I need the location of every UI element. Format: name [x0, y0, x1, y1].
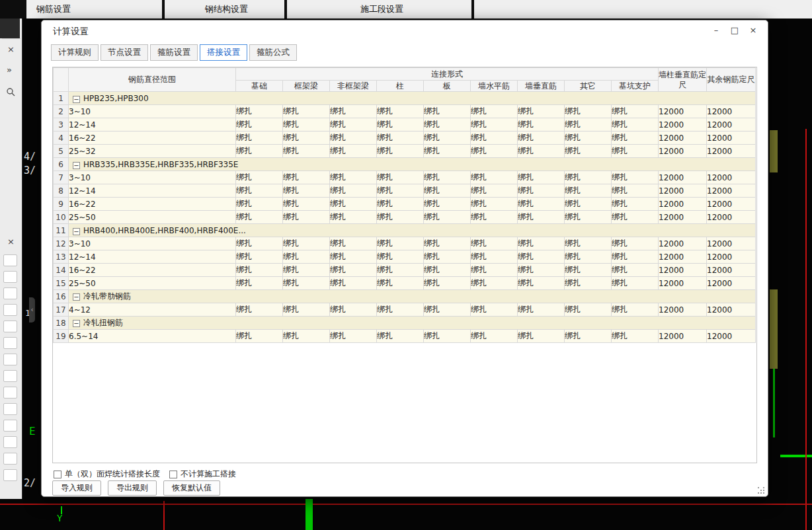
connection-cell[interactable]: 绑扎: [236, 237, 283, 250]
connection-cell[interactable]: 绑扎: [612, 264, 659, 277]
diameter-range-cell[interactable]: 16~22: [69, 264, 236, 277]
connection-cell[interactable]: 绑扎: [471, 171, 518, 184]
diameter-range-cell[interactable]: 4~12: [69, 303, 236, 317]
row-number[interactable]: 5: [54, 145, 69, 158]
wall-length-cell[interactable]: 12000: [659, 237, 707, 250]
connection-cell[interactable]: 绑扎: [283, 184, 330, 198]
connection-cell[interactable]: 绑扎: [236, 211, 283, 224]
palette-slot[interactable]: [3, 403, 17, 415]
dialog-titlebar[interactable]: 计算设置 – □ ×: [42, 20, 768, 42]
checkbox-weld-lap-length[interactable]: 单（双）面焊统计搭接长度: [54, 469, 160, 480]
wall-length-cell[interactable]: 12000: [659, 303, 707, 317]
footer-button-2[interactable]: 导出规则: [108, 480, 157, 496]
connection-cell[interactable]: 绑扎: [612, 198, 659, 211]
diameter-range-cell[interactable]: 16~22: [69, 198, 236, 211]
search-icon[interactable]: [6, 87, 15, 98]
checkbox-box[interactable]: [169, 471, 177, 478]
connection-cell[interactable]: 绑扎: [612, 145, 659, 158]
connection-cell[interactable]: 绑扎: [565, 145, 612, 158]
group-row[interactable]: 6−HRB335,HRB335E,HRBF335,HRBF335E: [54, 158, 756, 171]
connection-cell[interactable]: 绑扎: [283, 303, 330, 317]
connection-cell[interactable]: 绑扎: [236, 105, 283, 118]
connection-cell[interactable]: 绑扎: [565, 330, 612, 343]
row-number[interactable]: 13: [54, 250, 69, 264]
wall-length-cell[interactable]: 12000: [659, 264, 707, 277]
connection-cell[interactable]: 绑扎: [518, 330, 565, 343]
connection-cell[interactable]: 绑扎: [283, 171, 330, 184]
checkbox-no-construction-lap[interactable]: 不计算施工搭接: [169, 469, 236, 480]
connection-cell[interactable]: 绑扎: [565, 184, 612, 198]
connection-cell[interactable]: 绑扎: [283, 118, 330, 132]
dialog-tab-1[interactable]: 计算规则: [51, 44, 99, 61]
connection-cell[interactable]: 绑扎: [565, 171, 612, 184]
connection-cell[interactable]: 绑扎: [471, 303, 518, 317]
connection-cell[interactable]: 绑扎: [236, 171, 283, 184]
row-number[interactable]: 6: [54, 158, 69, 171]
collapse-minus-icon[interactable]: −: [73, 320, 80, 327]
connection-cell[interactable]: 绑扎: [518, 264, 565, 277]
maximize-icon[interactable]: □: [725, 22, 744, 39]
palette-slot[interactable]: [3, 321, 17, 332]
other-length-cell[interactable]: 12000: [707, 145, 756, 158]
connection-cell[interactable]: 绑扎: [283, 132, 330, 145]
connection-cell[interactable]: 绑扎: [330, 237, 377, 250]
rebar-group-label[interactable]: −HRB335,HRB335E,HRBF335,HRBF335E: [69, 158, 756, 171]
connection-cell[interactable]: 绑扎: [612, 118, 659, 132]
connection-cell[interactable]: 绑扎: [283, 264, 330, 277]
connection-cell[interactable]: 绑扎: [236, 145, 283, 158]
connection-cell[interactable]: 绑扎: [377, 198, 424, 211]
palette-slot[interactable]: [3, 271, 17, 283]
connection-cell[interactable]: 绑扎: [518, 184, 565, 198]
group-row[interactable]: 18−冷轧扭钢筋: [54, 317, 756, 330]
connection-cell[interactable]: 绑扎: [565, 237, 612, 250]
diameter-range-cell[interactable]: 25~50: [69, 277, 236, 290]
ribbon-tab-stage-settings[interactable]: 施工段设置: [360, 0, 403, 19]
connection-cell[interactable]: 绑扎: [424, 198, 471, 211]
connection-cell[interactable]: 绑扎: [330, 250, 377, 264]
other-length-cell[interactable]: 12000: [707, 105, 756, 118]
connection-cell[interactable]: 绑扎: [236, 303, 283, 317]
connection-cell[interactable]: 绑扎: [283, 330, 330, 343]
wall-length-cell[interactable]: 12000: [659, 184, 707, 198]
connection-cell[interactable]: 绑扎: [518, 171, 565, 184]
connection-cell[interactable]: 绑扎: [612, 211, 659, 224]
connection-cell[interactable]: 绑扎: [424, 250, 471, 264]
connection-cell[interactable]: 绑扎: [424, 277, 471, 290]
connection-cell[interactable]: 绑扎: [283, 211, 330, 224]
connection-cell[interactable]: 绑扎: [424, 211, 471, 224]
double-chevron-right-icon[interactable]: »: [7, 65, 12, 75]
connection-cell[interactable]: 绑扎: [424, 145, 471, 158]
dialog-tab-2[interactable]: 节点设置: [101, 44, 148, 61]
connection-cell[interactable]: 绑扎: [330, 145, 377, 158]
row-number[interactable]: 9: [54, 198, 69, 211]
wall-length-cell[interactable]: 12000: [659, 132, 707, 145]
connection-cell[interactable]: 绑扎: [424, 330, 471, 343]
palette-slot[interactable]: [3, 304, 17, 316]
connection-cell[interactable]: 绑扎: [612, 105, 659, 118]
connection-cell[interactable]: 绑扎: [377, 250, 424, 264]
connection-cell[interactable]: 绑扎: [518, 145, 565, 158]
connection-cell[interactable]: 绑扎: [236, 118, 283, 132]
palette-slot[interactable]: [3, 354, 17, 365]
rebar-group-label[interactable]: −冷轧扭钢筋: [69, 317, 756, 330]
wall-length-cell[interactable]: 12000: [659, 277, 707, 290]
connection-cell[interactable]: 绑扎: [283, 105, 330, 118]
row-number[interactable]: 12: [54, 237, 69, 250]
connection-cell[interactable]: 绑扎: [330, 171, 377, 184]
connection-cell[interactable]: 绑扎: [236, 184, 283, 198]
connection-cell[interactable]: 绑扎: [377, 118, 424, 132]
connection-cell[interactable]: 绑扎: [424, 184, 471, 198]
checkbox-box[interactable]: [54, 471, 61, 478]
connection-cell[interactable]: 绑扎: [424, 118, 471, 132]
connection-cell[interactable]: 绑扎: [330, 132, 377, 145]
connection-cell[interactable]: 绑扎: [518, 277, 565, 290]
row-number[interactable]: 10: [54, 211, 69, 224]
connection-cell[interactable]: 绑扎: [471, 145, 518, 158]
wall-length-cell[interactable]: 12000: [659, 198, 707, 211]
connection-cell[interactable]: 绑扎: [377, 145, 424, 158]
connection-cell[interactable]: 绑扎: [518, 118, 565, 132]
other-length-cell[interactable]: 12000: [707, 184, 756, 198]
connection-cell[interactable]: 绑扎: [330, 211, 377, 224]
palette-slot[interactable]: [3, 436, 17, 448]
footer-button-3[interactable]: 恢复默认值: [163, 480, 220, 496]
